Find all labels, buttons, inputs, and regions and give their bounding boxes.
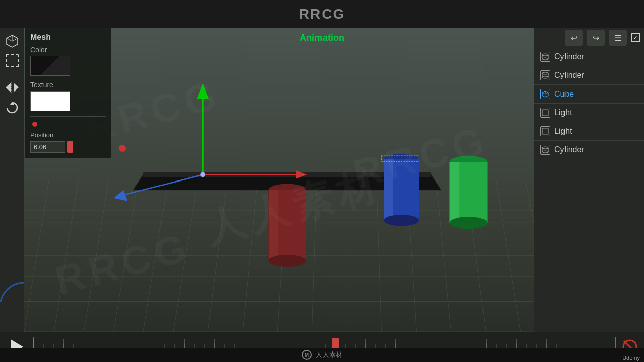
selection-box-icon <box>6 54 19 67</box>
scene-item-cube[interactable]: Cube <box>534 85 644 104</box>
svg-point-37 <box>384 215 419 226</box>
svg-point-62 <box>542 72 548 74</box>
grid-floor <box>24 28 620 332</box>
rotate-icon <box>5 101 19 115</box>
bottom-watermark: M 人人素材 Udemy <box>0 348 644 362</box>
svg-line-69 <box>545 93 548 94</box>
svg-point-72 <box>542 147 548 149</box>
position-label: Position <box>30 131 106 139</box>
svg-point-75 <box>542 151 548 153</box>
cylinder3-label: Cylinder <box>554 145 584 154</box>
scene-item-light2[interactable]: Light <box>534 122 644 141</box>
undo-button[interactable]: ↩ <box>565 30 583 46</box>
scene-item-cylinder2[interactable]: Cylinder <box>534 66 644 85</box>
properties-panel: Mesh Color Texture Position <box>25 28 111 158</box>
svg-line-68 <box>542 93 545 94</box>
watermark-logo: M <box>302 350 312 360</box>
light2-icon <box>540 126 550 136</box>
svg-point-58 <box>542 54 548 56</box>
menu-button[interactable]: ☰ <box>609 30 627 46</box>
svg-marker-54 <box>6 83 11 92</box>
cube-tool-button[interactable] <box>3 32 21 50</box>
toolbar-divider <box>5 74 20 74</box>
svg-point-33 <box>268 255 306 267</box>
scene-items-list: Cylinder Cylinder <box>534 48 644 159</box>
position-value-row <box>30 141 106 153</box>
scene-item-light1[interactable]: Light <box>534 104 644 122</box>
texture-swatch[interactable] <box>30 91 70 111</box>
cylinder2-label: Cylinder <box>554 71 584 80</box>
cube-tool-icon <box>5 33 20 48</box>
light1-label: Light <box>554 108 572 117</box>
cylinder1-icon <box>540 52 550 62</box>
mesh-section-title: Mesh <box>30 33 106 42</box>
color-swatch[interactable] <box>30 56 70 76</box>
svg-rect-32 <box>268 190 278 261</box>
left-toolbar <box>0 28 24 332</box>
svg-rect-36 <box>384 159 393 220</box>
cylinder2-icon <box>540 70 550 80</box>
cube-icon <box>540 89 550 99</box>
cube-label: Cube <box>554 89 574 99</box>
svg-point-41 <box>450 217 488 229</box>
udemy-badge: Udemy <box>622 355 640 361</box>
visibility-checkbox[interactable]: ✓ <box>631 33 640 42</box>
color-label: Color <box>30 46 106 54</box>
svg-point-48 <box>200 172 205 177</box>
svg-line-52 <box>7 38 12 41</box>
viewport: Animation RRCG 人人素材 RRCG RRCG <box>24 28 620 332</box>
cylinder3-icon <box>540 145 550 155</box>
toolbar-arc <box>0 282 24 302</box>
transform-indicator <box>32 122 37 127</box>
svg-line-53 <box>12 38 18 41</box>
svg-point-61 <box>542 58 548 60</box>
light2-label: Light <box>554 127 572 136</box>
cylinder1-label: Cylinder <box>554 52 584 61</box>
light1-icon <box>540 108 550 118</box>
scene-panel: ↩ ↪ ☰ ✓ Cylinder <box>534 28 644 332</box>
svg-point-65 <box>542 76 548 78</box>
texture-label: Texture <box>30 81 106 89</box>
app-title: RRCG <box>299 6 345 22</box>
props-divider <box>30 116 106 117</box>
selection-tool-button[interactable] <box>3 52 21 70</box>
mode-label: Animation <box>300 33 344 43</box>
watermark-text: 人人素材 <box>316 350 342 359</box>
position-input[interactable] <box>30 141 65 153</box>
svg-marker-55 <box>14 83 19 92</box>
rotate-tool-button[interactable] <box>3 99 21 117</box>
mirror-icon <box>6 82 19 93</box>
transform-section-title <box>30 120 106 128</box>
position-drag-handle[interactable] <box>67 141 73 153</box>
svg-rect-70 <box>542 110 548 116</box>
top-bar: RRCG <box>0 0 644 28</box>
scene-item-cylinder1[interactable]: Cylinder <box>534 48 644 66</box>
scene-item-cylinder3[interactable]: Cylinder <box>534 141 644 159</box>
scene-panel-header: ↩ ↪ ☰ ✓ <box>534 28 644 48</box>
redo-button[interactable]: ↪ <box>587 30 605 46</box>
svg-rect-40 <box>450 162 460 223</box>
svg-rect-71 <box>542 128 548 134</box>
mirror-tool-button[interactable] <box>3 78 21 97</box>
